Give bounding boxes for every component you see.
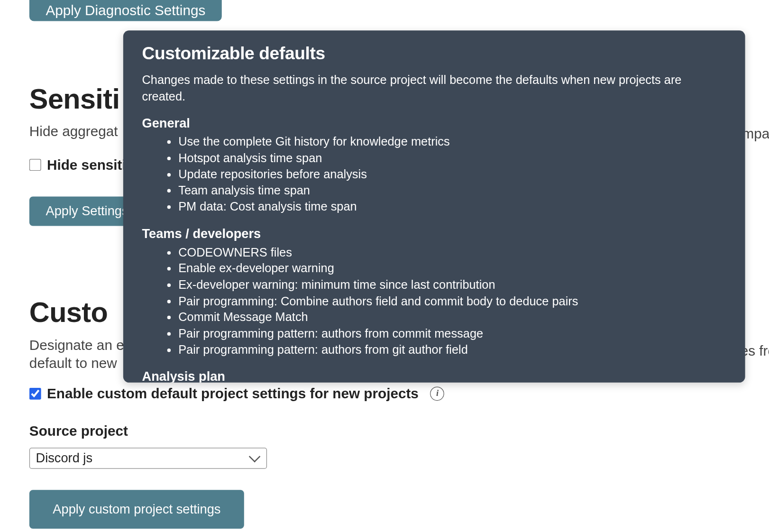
tooltip-group-list-teams: CODEOWNERS files Enable ex-developer war… (142, 244, 726, 358)
tooltip-title: Customizable defaults (142, 44, 726, 64)
tooltip-item: Team analysis time span (178, 182, 726, 198)
tooltip-group-heading-general: General (142, 116, 726, 131)
apply-custom-project-settings-button[interactable]: Apply custom project settings (29, 490, 244, 529)
apply-diagnostic-button[interactable]: Apply Diagnostic Settings (29, 0, 222, 21)
tooltip-item: PM data: Cost analysis time span (178, 198, 726, 214)
enable-custom-defaults-row[interactable]: Enable custom default project settings f… (29, 385, 769, 402)
tooltip-group-heading-analysis: Analysis plan (142, 369, 726, 383)
source-project-label: Source project (29, 423, 769, 440)
tooltip-item: Update repositories before analysis (178, 166, 726, 182)
tooltip-item: Hotspot analysis time span (178, 150, 726, 166)
tooltip-item: Commit Message Match (178, 309, 726, 325)
tooltip-item: Pair programming pattern: authors from g… (178, 341, 726, 358)
tooltip-group-heading-teams: Teams / developers (142, 226, 726, 241)
tooltip-item: Pair programming: Combine authors field … (178, 293, 726, 309)
hide-sensitive-checkbox[interactable] (29, 159, 41, 171)
tooltip-group-list-general: Use the complete Git history for knowled… (142, 133, 726, 214)
tooltip-item: Use the complete Git history for knowled… (178, 133, 726, 149)
tooltip-item: CODEOWNERS files (178, 244, 726, 260)
tooltip-item: Pair programming pattern: authors from c… (178, 325, 726, 341)
enable-custom-defaults-label: Enable custom default project settings f… (47, 385, 419, 402)
tooltip-item: Ex-developer warning: minimum time since… (178, 276, 726, 293)
sensitive-desc-trailing: mpan (742, 126, 769, 142)
source-project-select-wrapper[interactable]: Discord js (29, 448, 267, 469)
info-icon[interactable]: i (430, 386, 445, 401)
tooltip-item: Enable ex-developer warning (178, 260, 726, 276)
hide-sensitive-label: Hide sensiti (47, 157, 126, 174)
customizable-defaults-tooltip: Customizable defaults Changes made to th… (123, 30, 745, 383)
enable-custom-defaults-checkbox[interactable] (29, 387, 41, 399)
source-project-select[interactable]: Discord js (29, 448, 267, 469)
tooltip-desc: Changes made to these settings in the so… (142, 72, 726, 104)
